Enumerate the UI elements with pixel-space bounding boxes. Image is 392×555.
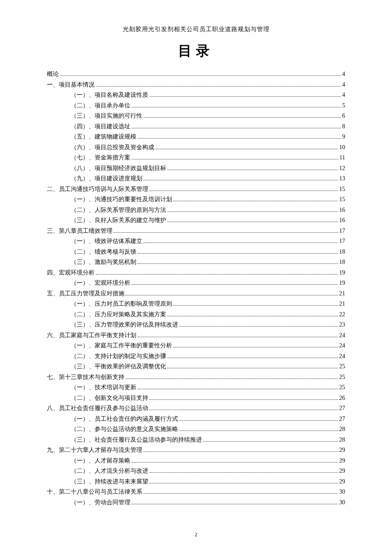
toc-entry-page: 25: [339, 361, 345, 372]
toc-entry[interactable]: 二、员工沟通技巧培训与人际关系管理15: [47, 184, 345, 195]
toc-leader-dots: [132, 103, 341, 107]
toc-entry[interactable]: （五）、建筑物建设规模9: [47, 132, 345, 142]
toc-entry-label: 九、第二十六章人才留存与流失管理: [47, 445, 142, 456]
toc-entry[interactable]: 三、第八章员工绩效管理17: [47, 226, 345, 237]
toc-entry-label: （二）、创新文化与项目支持: [71, 393, 148, 404]
toc-leader-dots: [144, 238, 338, 243]
toc-entry-label: （三）、平衡效果的评估及调整优化: [71, 361, 166, 372]
toc-entry[interactable]: （六）、项目总投资及资金构成10: [47, 142, 345, 153]
toc-entry[interactable]: （三）、持续改进与未来展望29: [47, 477, 345, 487]
toc-entry-page: 15: [339, 194, 345, 205]
toc-entry[interactable]: （一）、压力对员工的影响及管理原则21: [47, 299, 345, 309]
toc-entry-label: （二）、支持计划的制定与实施步骤: [71, 351, 166, 362]
toc-entry-page: 29: [339, 466, 345, 477]
toc-entry[interactable]: （一）、绩效评估体系建立17: [47, 236, 345, 247]
toc-leader-dots: [138, 384, 338, 389]
toc-leader-dots: [132, 124, 341, 128]
toc-entry[interactable]: （二）、人才流失分析与改进29: [47, 466, 345, 477]
toc-entry-page: 17: [339, 236, 345, 247]
toc-entry[interactable]: （三）、平衡效果的评估及调整优化25: [47, 361, 345, 372]
toc-leader-dots: [132, 280, 338, 285]
toc-entry[interactable]: （九）、项目建设进度规划13: [47, 173, 345, 184]
toc-entry[interactable]: （四）、项目建设选址8: [47, 121, 345, 132]
toc-entry-label: 一、项目基本情况: [47, 80, 95, 90]
toc-leader-dots: [126, 291, 338, 295]
toc-entry-page: 18: [339, 257, 345, 268]
toc-entry[interactable]: （二）、压力应对策略及其实施方案22: [47, 309, 345, 320]
toc-entry[interactable]: （一）、项目名称及建设性质4: [47, 90, 345, 101]
toc-entry-label: （四）、项目建设选址: [71, 121, 130, 132]
toc-entry[interactable]: （三）、激励与奖惩机制18: [47, 257, 345, 268]
toc-entry[interactable]: （七）、资金筹措方案11: [47, 153, 345, 163]
toc-entry[interactable]: 七、第十三章技术与创新支持25: [47, 372, 345, 383]
toc-entry-label: 概论: [47, 69, 59, 80]
toc-leader-dots: [114, 228, 338, 233]
toc-entry-page: 9: [342, 132, 345, 142]
toc-entry[interactable]: （三）、社会责任履行及公益活动参与的持续推进28: [47, 435, 345, 445]
toc-entry[interactable]: （二）、项目承办单位5: [47, 101, 345, 111]
toc-entry[interactable]: （一）、员工社会责任的内涵及履行方式27: [47, 414, 345, 425]
toc-leader-dots: [173, 197, 338, 201]
toc-leader-dots: [60, 71, 341, 76]
toc-entry-page: 11: [340, 153, 345, 163]
toc-leader-dots: [138, 134, 341, 139]
toc-entry[interactable]: （二）、绩效考核与反馈18: [47, 247, 345, 257]
toc-entry-label: （一）、劳动合同管理: [71, 497, 130, 508]
toc-entry-page: 23: [339, 320, 345, 330]
toc-entry[interactable]: （二）、参与公益活动的意义及实施策略28: [47, 424, 345, 435]
toc-entry[interactable]: （三）、项目实施的可行性6: [47, 111, 345, 121]
toc-leader-dots: [126, 374, 338, 379]
toc-entry-label: 十、第二十八章公司与员工法律关系: [47, 487, 142, 497]
toc-entry-label: （二）、项目承办单位: [71, 101, 130, 111]
toc-leader-dots: [167, 353, 338, 358]
toc-entry-label: （五）、建筑物建设规模: [71, 132, 136, 142]
toc-entry[interactable]: 一、项目基本情况4: [47, 80, 345, 90]
toc-leader-dots: [167, 217, 338, 222]
toc-entry[interactable]: （一）、沟通技巧的重要性及培训计划15: [47, 194, 345, 205]
toc-entry-page: 16: [339, 205, 345, 216]
toc-leader-dots: [179, 322, 338, 327]
toc-entry[interactable]: （一）、人才留存策略29: [47, 456, 345, 466]
toc-entry[interactable]: 九、第二十六章人才留存与流失管理29: [47, 445, 345, 456]
toc-entry[interactable]: （一）、宏观环境分析19: [47, 278, 345, 289]
toc-entry[interactable]: （二）、人际关系管理的原则与方法16: [47, 205, 345, 216]
table-of-contents: 概论4一、项目基本情况4（一）、项目名称及建设性质4（二）、项目承办单位5（三）…: [47, 69, 345, 508]
toc-leader-dots: [156, 145, 338, 149]
toc-entry-page: 25: [339, 382, 345, 393]
toc-entry-page: 17: [339, 226, 345, 237]
toc-entry-label: （一）、技术培训与更新: [71, 382, 136, 393]
toc-entry[interactable]: （二）、创新文化与项目支持26: [47, 393, 345, 404]
toc-leader-dots: [167, 312, 338, 316]
toc-entry[interactable]: （三）、压力管理效果的评估及持续改进23: [47, 320, 345, 330]
toc-leader-dots: [144, 113, 341, 118]
toc-entry-label: （一）、家庭与工作平衡的重要性分析: [71, 341, 172, 351]
toc-entry[interactable]: （二）、支持计划的制定与实施步骤24: [47, 351, 345, 362]
toc-entry-page: 30: [339, 487, 345, 497]
toc-entry[interactable]: 概论4: [47, 69, 345, 80]
toc-entry[interactable]: （一）、劳动合同管理30: [47, 497, 345, 508]
toc-leader-dots: [132, 458, 338, 462]
toc-entry[interactable]: 四、宏观环境分析19: [47, 268, 345, 278]
toc-leader-dots: [138, 259, 338, 264]
toc-entry[interactable]: （一）、家庭与工作平衡的重要性分析24: [47, 341, 345, 351]
toc-title: 目录: [47, 42, 345, 61]
toc-entry-page: 10: [339, 142, 345, 153]
toc-leader-dots: [132, 155, 338, 159]
toc-leader-dots: [96, 270, 338, 275]
toc-entry[interactable]: （三）、良好人际关系的建立与维护16: [47, 215, 345, 226]
toc-leader-dots: [132, 500, 338, 504]
toc-leader-dots: [179, 426, 338, 431]
toc-entry[interactable]: （一）、技术培训与更新25: [47, 382, 345, 393]
toc-entry[interactable]: （八）、项目预期经济效益规划目标12: [47, 163, 345, 174]
toc-entry[interactable]: 五、员工压力管理及应对措施21: [47, 289, 345, 299]
toc-entry-label: 四、宏观环境分析: [47, 268, 95, 278]
toc-entry-page: 26: [339, 393, 345, 404]
toc-leader-dots: [96, 82, 341, 87]
toc-entry[interactable]: 六、员工家庭与工作平衡支持计划24: [47, 330, 345, 341]
toc-entry-label: （二）、人际关系管理的原则与方法: [71, 205, 166, 216]
toc-entry-label: （一）、项目名称及建设性质: [71, 90, 148, 101]
toc-entry-page: 15: [339, 184, 345, 195]
toc-entry-page: 4: [342, 80, 345, 90]
toc-entry[interactable]: 十、第二十八章公司与员工法律关系30: [47, 487, 345, 497]
toc-entry[interactable]: 八、员工社会责任履行及参与公益活动27: [47, 403, 345, 414]
